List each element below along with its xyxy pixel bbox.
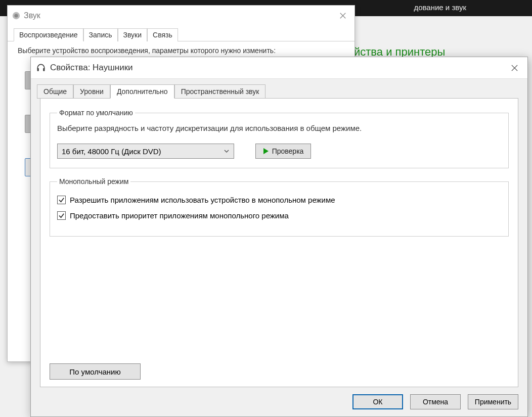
svg-rect-2 (37, 68, 39, 71)
properties-tabs: Общие Уровни Дополнительно Пространствен… (37, 84, 518, 98)
exclusive-mode-group: Монопольный режим Разрешить приложениям … (50, 177, 509, 237)
cancel-button[interactable]: Отмена (410, 394, 461, 409)
default-format-description: Выберите разрядность и частоту дискретиз… (57, 123, 501, 133)
sound-tabs: Воспроизведение Запись Звуки Связь (8, 26, 354, 41)
headphones-icon (36, 63, 46, 73)
sound-tab-communications[interactable]: Связь (147, 28, 178, 41)
dialog-buttons: ОК Отмена Применить (352, 394, 518, 409)
svg-rect-3 (43, 68, 45, 71)
background-topbar-text: дование и звук (414, 3, 466, 12)
sound-titlebar[interactable]: Звук (8, 6, 354, 26)
tab-levels[interactable]: Уровни (73, 84, 110, 99)
svg-point-1 (14, 14, 18, 17)
chevron-down-icon (224, 147, 230, 156)
tab-general[interactable]: Общие (37, 84, 73, 99)
speaker-icon (12, 11, 21, 20)
sound-tab-sounds[interactable]: Звуки (118, 28, 148, 41)
restore-defaults-button[interactable]: По умолчанию (50, 363, 141, 380)
default-format-select[interactable]: 16 бит, 48000 Гц (Диск DVD) (57, 144, 234, 159)
test-button[interactable]: Проверка (255, 144, 311, 159)
priority-exclusive-checkbox[interactable] (57, 211, 66, 220)
default-format-legend: Формат по умолчанию (57, 109, 135, 117)
tab-advanced[interactable]: Дополнительно (110, 84, 174, 99)
properties-titlebar[interactable]: Свойства: Наушники (31, 57, 527, 78)
sound-close-button[interactable] (335, 8, 350, 23)
priority-exclusive-row[interactable]: Предоставить приоритет приложениям моноп… (57, 211, 501, 220)
play-icon (263, 148, 269, 155)
apply-button[interactable]: Применить (468, 394, 518, 409)
sound-tab-recording[interactable]: Запись (83, 28, 118, 41)
tab-advanced-content: Формат по умолчанию Выберите разрядность… (40, 98, 518, 387)
tab-spatial-sound[interactable]: Пространственный звук (174, 84, 266, 99)
default-format-selected-value: 16 бит, 48000 Гц (Диск DVD) (62, 147, 161, 156)
properties-body: Общие Уровни Дополнительно Пространствен… (31, 78, 527, 416)
sound-tab-playback[interactable]: Воспроизведение (14, 28, 83, 41)
default-format-group: Формат по умолчанию Выберите разрядность… (50, 109, 509, 168)
sound-tab-description: Выберите устройство воспроизведения, пар… (8, 41, 354, 55)
properties-window-title: Свойства: Наушники (50, 63, 133, 73)
test-button-label: Проверка (272, 147, 304, 155)
exclusive-mode-legend: Монопольный режим (57, 177, 130, 186)
allow-exclusive-row[interactable]: Разрешить приложениям использовать устро… (57, 196, 501, 204)
sound-window-title: Звук (24, 11, 40, 20)
ok-button[interactable]: ОК (352, 394, 403, 409)
allow-exclusive-checkbox[interactable] (57, 196, 66, 204)
properties-close-button[interactable] (506, 60, 522, 76)
allow-exclusive-label: Разрешить приложениям использовать устро… (70, 196, 335, 204)
properties-window: Свойства: Наушники Общие Уровни Дополнит… (30, 57, 528, 417)
priority-exclusive-label: Предоставить приоритет приложениям моноп… (70, 211, 289, 220)
